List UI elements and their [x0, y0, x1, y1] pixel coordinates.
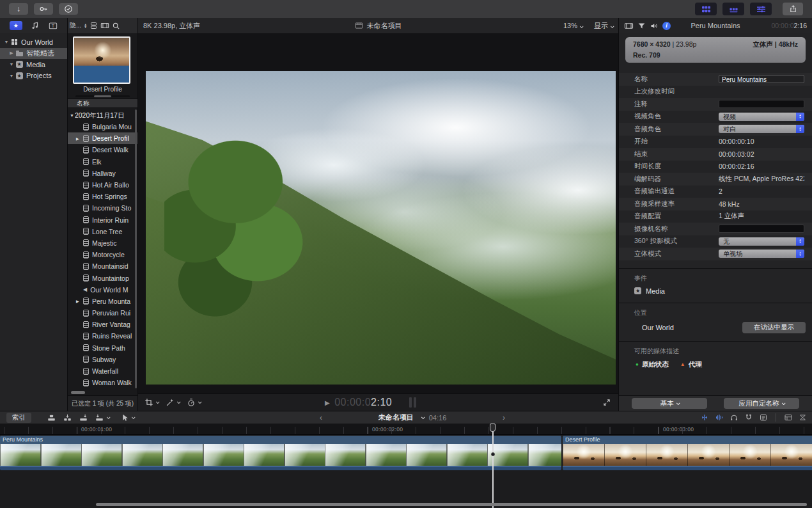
clip-appearance-icon[interactable]: [784, 413, 793, 422]
next-project-icon[interactable]: ›: [503, 413, 505, 422]
filter-popup[interactable]: 隐...: [70, 21, 81, 30]
reveal-in-finder-button[interactable]: 在访达中显示: [742, 322, 806, 333]
list-item[interactable]: ◀Our World M: [68, 284, 137, 296]
list-item[interactable]: Desert Walk: [68, 144, 137, 155]
show-timeline-button[interactable]: [722, 3, 744, 15]
display-menu[interactable]: 显示: [594, 21, 613, 31]
info-icon[interactable]: i: [662, 22, 671, 30]
list-item[interactable]: Bulgaria Mou: [68, 121, 137, 132]
video-inspector-icon[interactable]: [624, 22, 634, 30]
prev-project-icon[interactable]: ‹: [320, 413, 322, 422]
list-h-scrollbar[interactable]: [71, 391, 85, 394]
connect-edit-icon[interactable]: [47, 413, 56, 422]
append-edit-icon[interactable]: [79, 413, 88, 422]
list-item[interactable]: Hot Air Ballo: [68, 179, 137, 191]
disclosure-open-icon[interactable]: ▼: [3, 40, 10, 44]
timeline-clip-desert-profile[interactable]: Desert Profile: [563, 436, 812, 470]
field-input[interactable]: Peru Mountains: [719, 75, 804, 83]
disclosure-closed-icon[interactable]: ▶: [76, 299, 79, 303]
list-item[interactable]: Mountainsid: [68, 260, 137, 272]
clip-audio-waveform[interactable]: [563, 466, 812, 470]
clip-filmstrip[interactable]: [0, 444, 561, 466]
overwrite-edit-menu[interactable]: [95, 413, 109, 422]
index-button[interactable]: 索引: [6, 413, 31, 423]
apply-custom-name-button[interactable]: 应用自定名称: [724, 398, 799, 409]
solo-headphones-icon[interactable]: [730, 413, 738, 422]
sidebar-item-智能精选[interactable]: ▶智能精选: [0, 48, 67, 60]
viewer-canvas[interactable]: [138, 33, 618, 393]
import-button[interactable]: ↓: [9, 3, 28, 15]
audio-meters[interactable]: [409, 397, 416, 408]
list-item[interactable]: ▶Peru Mounta: [68, 296, 137, 307]
retime-tool-menu[interactable]: [187, 398, 201, 407]
disclosure-open-icon[interactable]: ▼: [70, 113, 74, 118]
filmstrip-view-icon[interactable]: [100, 21, 109, 30]
clip-appearance-icon[interactable]: [90, 21, 98, 30]
share-button[interactable]: [783, 3, 803, 15]
list-item[interactable]: Peruvian Rui: [68, 307, 137, 319]
list-item[interactable]: Motorcycle: [68, 249, 137, 260]
background-tasks-button[interactable]: [59, 3, 78, 15]
timeline-panel[interactable]: 00:00:01:0000:00:02:0000:00:03:00 Peru M…: [0, 424, 812, 508]
filter-stepper-icon[interactable]: ▲▼: [84, 23, 87, 28]
clip-audio-waveform[interactable]: [0, 466, 561, 470]
timeline-collapse-icon[interactable]: [799, 413, 807, 422]
list-item[interactable]: Majestic: [68, 237, 137, 249]
timeline-project-menu[interactable]: 未命名项目 04:16: [379, 413, 447, 422]
field-dropdown[interactable]: 无▲▼: [719, 237, 804, 246]
speaker-icon[interactable]: [650, 22, 659, 30]
thumbnail-scrollbar-thumb[interactable]: [94, 95, 111, 97]
list-item[interactable]: Hallway: [68, 168, 137, 179]
filter-icon[interactable]: [637, 22, 646, 30]
field-input[interactable]: [719, 225, 804, 233]
show-browser-button[interactable]: [695, 3, 717, 15]
dropdown-stepper-icon[interactable]: ▲▼: [796, 237, 804, 246]
clip-thumbnail[interactable]: [73, 36, 130, 84]
name-column-header[interactable]: 名称: [68, 99, 137, 108]
list-item[interactable]: Woman Walk: [68, 377, 137, 388]
enhance-tool-menu[interactable]: [166, 398, 180, 407]
playhead[interactable]: [492, 424, 494, 508]
field-dropdown[interactable]: 视频▲▼: [719, 113, 804, 121]
list-item[interactable]: Mountaintop: [68, 272, 137, 283]
sidebar-item-projects[interactable]: ▼★Projects: [0, 70, 67, 82]
event-row[interactable]: ★ Media: [634, 287, 806, 295]
list-item[interactable]: Hot Springs: [68, 191, 137, 202]
basic-view-button[interactable]: 基本: [632, 398, 707, 409]
timeline-ruler[interactable]: 00:00:01:0000:00:02:0000:00:03:00: [0, 424, 812, 435]
disclosure-closed-icon[interactable]: ▶: [8, 51, 15, 56]
audio-skimming-icon[interactable]: [715, 413, 724, 422]
disclosure-open-icon[interactable]: ▼: [8, 74, 15, 78]
tab-libraries[interactable]: ★: [10, 21, 22, 30]
list-scrollbar[interactable]: [135, 109, 137, 388]
insert-edit-icon[interactable]: [63, 413, 72, 422]
playhead-handle-icon[interactable]: [490, 424, 496, 432]
sidebar-item-our-world[interactable]: ▼Our World: [0, 36, 67, 48]
list-item[interactable]: Elk: [68, 156, 137, 168]
list-item[interactable]: ▶Desert Profil: [68, 132, 137, 144]
disclosure-open-icon[interactable]: ▼: [8, 62, 15, 67]
field-input[interactable]: [719, 100, 804, 108]
selected-clip-card[interactable]: Desert Profile: [68, 33, 137, 93]
tab-photos-audio[interactable]: [31, 21, 40, 30]
skimming-icon[interactable]: [700, 413, 709, 422]
crop-tool-menu[interactable]: [144, 398, 159, 407]
search-icon[interactable]: [112, 22, 120, 30]
snapping-icon[interactable]: [744, 413, 753, 422]
list-item[interactable]: River Vantag: [68, 319, 137, 330]
effects-icon[interactable]: [759, 413, 768, 422]
dropdown-stepper-icon[interactable]: ▲▼: [796, 250, 804, 258]
sidebar-item-media[interactable]: ▼★Media: [0, 59, 67, 70]
tool-palette-menu[interactable]: [121, 413, 134, 422]
dropdown-stepper-icon[interactable]: ▲▼: [796, 113, 804, 121]
keywords-button[interactable]: [34, 3, 53, 15]
clip-filmstrip[interactable]: [563, 444, 812, 466]
fullscreen-button[interactable]: [603, 399, 611, 406]
dropdown-stepper-icon[interactable]: ▲▼: [796, 125, 804, 133]
list-item[interactable]: Incoming Sto: [68, 202, 137, 214]
list-item[interactable]: Ruins Reveal: [68, 330, 137, 342]
zoom-menu[interactable]: 13%: [563, 22, 582, 29]
show-inspector-button[interactable]: [750, 3, 772, 15]
field-dropdown[interactable]: 对白▲▼: [719, 125, 804, 133]
list-item[interactable]: Waterfall: [68, 365, 137, 377]
